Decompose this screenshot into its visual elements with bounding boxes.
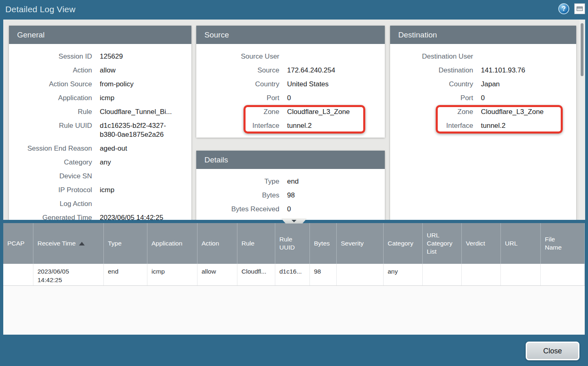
cell [3, 264, 33, 285]
field-label: Bytes [196, 191, 279, 200]
cell [337, 264, 384, 285]
field-label: Destination [390, 66, 473, 75]
field-value: any [100, 158, 111, 167]
cell: allow [197, 264, 237, 285]
column-header-rule[interactable]: Rule [237, 223, 275, 264]
content-scrollbar-thumb[interactable] [581, 23, 584, 76]
window-glyph [577, 7, 583, 11]
column-header-label: File Name [545, 235, 564, 252]
source-zone-highlight-box [244, 105, 365, 134]
column-header-label: URL [505, 239, 518, 248]
field-row: Action Sourcefrom-policy [9, 80, 191, 89]
column-header-pcap[interactable]: PCAP [3, 223, 33, 264]
field-value: allow [100, 66, 116, 75]
column-header-file-name[interactable]: File Name [541, 223, 585, 264]
field-row: Port0 [196, 94, 385, 103]
field-label: Port [390, 94, 473, 103]
collapse-arrow-icon [292, 220, 296, 222]
cell: any [384, 264, 423, 285]
field-row: Generated Time2023/06/05 14:42:25 [9, 213, 191, 220]
field-row: CountryUnited States [196, 80, 385, 89]
column-header-label: Bytes [314, 239, 330, 248]
column-header-label: Category [388, 239, 413, 248]
field-label: Type [196, 177, 279, 186]
cell: Cloudfl... [237, 264, 275, 285]
column-header-action[interactable]: Action [197, 223, 237, 264]
column-header-bytes[interactable]: Bytes [310, 223, 337, 264]
field-label: Category [9, 158, 92, 167]
question-mark-glyph: ? [562, 5, 566, 13]
log-table-body: 2023/06/05 14:42:25endicmpallowCloudfl..… [3, 264, 585, 286]
field-value: 172.64.240.254 [287, 66, 335, 75]
content-area: General Session ID125629ActionallowActio… [3, 20, 585, 220]
close-button[interactable]: Close [526, 342, 579, 360]
field-row: Bytes98 [196, 191, 385, 200]
column-header-label: Action [202, 239, 219, 248]
field-label: Generated Time [9, 213, 92, 220]
field-value: aged-out [100, 144, 127, 153]
field-label: Action Source [9, 80, 92, 89]
column-header-label: Application [151, 239, 182, 248]
help-icon[interactable]: ? [558, 3, 569, 14]
field-label: Session ID [9, 52, 92, 61]
panel-general-header: General [9, 26, 191, 44]
field-row: Rule UUIDd1c16235-b2f2-4327-b380-0ae1875… [9, 121, 191, 139]
column-header-label: Verdict [466, 239, 485, 248]
field-label: Log Action [9, 199, 92, 208]
panel-details-header: Details [196, 151, 385, 169]
detailed-log-view-dialog: Detailed Log View ? General Session ID12… [0, 0, 588, 366]
column-header-label: PCAP [7, 239, 24, 248]
field-label: Bytes Received [196, 205, 279, 214]
field-value: 125629 [100, 52, 123, 61]
content-scrollbar[interactable] [579, 20, 585, 220]
column-header-category[interactable]: Category [384, 223, 423, 264]
column-header-severity[interactable]: Severity [337, 223, 384, 264]
field-value: Japan [481, 80, 500, 89]
field-label: Rule [9, 107, 92, 116]
panel-details: Details TypeendBytes98Bytes Received0 [196, 151, 385, 220]
column-header-receive-time[interactable]: Receive Time [33, 223, 104, 264]
field-value: 141.101.93.76 [481, 66, 525, 75]
column-header-verdict[interactable]: Verdict [462, 223, 501, 264]
column-header-rule-uuid[interactable]: Rule UUID [275, 223, 310, 264]
field-label: Destination User [390, 52, 473, 61]
field-row: Typeend [196, 177, 385, 186]
log-table-row[interactable]: 2023/06/05 14:42:25endicmpallowCloudfl..… [3, 264, 585, 286]
field-row: Session ID125629 [9, 52, 191, 61]
panel-general: General Session ID125629ActionallowActio… [9, 26, 191, 220]
panel-destination-header: Destination [390, 26, 576, 44]
field-row: Actionallow [9, 66, 191, 75]
field-value: 0 [287, 205, 291, 214]
field-label: Device SN [9, 172, 92, 181]
field-value: from-policy [100, 80, 134, 89]
field-label: Country [196, 80, 279, 89]
column-header-url[interactable]: URL [501, 223, 541, 264]
field-row: Destination141.101.93.76 [390, 66, 576, 75]
column-header-type[interactable]: Type [104, 223, 147, 264]
column-header-url-category-list[interactable]: URL Category List [423, 223, 462, 264]
column-header-label: Rule UUID [279, 235, 298, 252]
field-value: 0 [287, 94, 291, 103]
field-row: Source172.64.240.254 [196, 66, 385, 75]
panel-source-header: Source [196, 26, 385, 44]
cell: icmp [147, 264, 197, 285]
cell: 2023/06/05 14:42:25 [33, 264, 104, 285]
field-row: Source User [196, 52, 385, 61]
field-row: Categoryany [9, 158, 191, 167]
field-value: d1c16235-b2f2-4327-b380-0ae1875e2a26 [100, 121, 170, 139]
field-row: Log Action [9, 199, 191, 208]
dialog-title: Detailed Log View [5, 4, 75, 14]
field-value: Cloudflare_Tunnel_Bi... [100, 107, 172, 116]
field-row: CountryJapan [390, 80, 576, 89]
field-label: Action [9, 66, 92, 75]
cell [423, 264, 462, 285]
cell: end [104, 264, 147, 285]
column-header-application[interactable]: Application [147, 223, 197, 264]
field-label: Application [9, 94, 92, 103]
window-icon[interactable] [575, 4, 585, 14]
field-value: 0 [481, 94, 485, 103]
field-row: IP Protocolicmp [9, 186, 191, 195]
cell [462, 264, 501, 285]
field-row: Applicationicmp [9, 94, 191, 103]
column-header-label: Severity [341, 239, 364, 248]
